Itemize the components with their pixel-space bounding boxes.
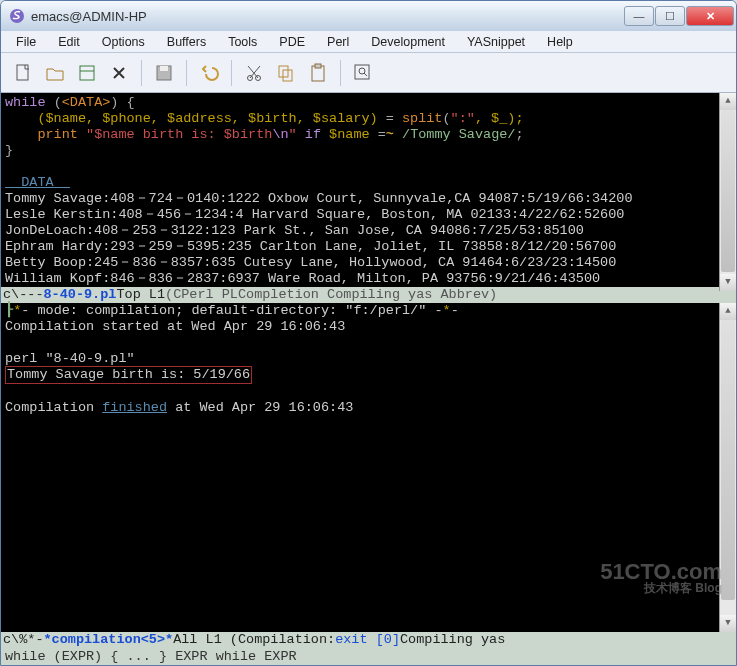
search-icon[interactable] — [349, 59, 377, 87]
window-title: emacs@ADMIN-HP — [31, 9, 624, 24]
dired-icon[interactable] — [73, 59, 101, 87]
open-folder-icon[interactable] — [41, 59, 69, 87]
buffer-name: 8-40-9.pl — [44, 287, 117, 303]
compilation-output: Tommy Savage birth is: 5/19/66 — [5, 366, 252, 384]
scrollbar-top[interactable]: ▲ ▼ — [719, 93, 736, 291]
app-window: emacs@ADMIN-HP — ☐ ✕ File Edit Options B… — [0, 0, 737, 666]
menu-pde[interactable]: PDE — [270, 33, 314, 51]
svg-rect-1 — [17, 65, 28, 80]
modeline-code[interactable]: c\--- 8-40-9.pl Top L1 (CPerl PLCompleti… — [1, 287, 736, 303]
data-row: JonDeLoach:408－253－3122:123 Park St., Sa… — [5, 223, 584, 238]
menubar: File Edit Options Buffers Tools PDE Perl… — [1, 31, 736, 53]
svg-rect-11 — [315, 64, 321, 68]
menu-help[interactable]: Help — [538, 33, 582, 51]
minimize-button[interactable]: — — [624, 6, 654, 26]
close-file-icon[interactable] — [105, 59, 133, 87]
data-row: Ephram Hardy:293－259－5395:235 Carlton La… — [5, 239, 616, 254]
scrollbar-bottom[interactable]: ▲ ▼ — [719, 303, 736, 632]
toolbar-separator — [141, 60, 142, 86]
editor-area: ▲ ▼ while (<DATA>) { ($name, $phone, $ad… — [1, 93, 736, 665]
cut-icon[interactable] — [240, 59, 268, 87]
copy-icon[interactable] — [272, 59, 300, 87]
menu-edit[interactable]: Edit — [49, 33, 89, 51]
data-row: Tommy Savage:408－724－0140:1222 Oxbow Cou… — [5, 191, 633, 206]
close-button[interactable]: ✕ — [686, 6, 734, 26]
data-section: __DATA__ — [5, 175, 70, 190]
keyword-while: while — [5, 95, 46, 110]
minibuffer[interactable]: while (EXPR) { ... } EXPR while EXPR — [1, 648, 736, 665]
data-row: Lesle Kerstin:408－456－1234:4 Harvard Squ… — [5, 207, 624, 222]
compilation-pane[interactable]: ┠*- mode: compilation; default-directory… — [1, 303, 736, 632]
window-controls: — ☐ ✕ — [624, 6, 734, 26]
compilation-command: perl "8-40-9.pl" — [5, 351, 135, 366]
toolbar-separator — [186, 60, 187, 86]
modeline-compilation[interactable]: c\%*- *compilation<5>* All L1 (Compilati… — [1, 632, 736, 648]
svg-line-14 — [364, 73, 367, 76]
toolbar-separator — [340, 60, 341, 86]
paste-icon[interactable] — [304, 59, 332, 87]
svg-rect-5 — [160, 66, 168, 71]
new-file-icon[interactable] — [9, 59, 37, 87]
maximize-button[interactable]: ☐ — [655, 6, 685, 26]
menu-yasnippet[interactable]: YASnippet — [458, 33, 534, 51]
svg-rect-12 — [355, 65, 369, 79]
menu-perl[interactable]: Perl — [318, 33, 358, 51]
menu-buffers[interactable]: Buffers — [158, 33, 215, 51]
code-pane[interactable]: while (<DATA>) { ($name, $phone, $addres… — [1, 93, 736, 287]
buffer-name: *compilation<5>* — [44, 632, 174, 648]
toolbar-separator — [231, 60, 232, 86]
undo-icon[interactable] — [195, 59, 223, 87]
menu-options[interactable]: Options — [93, 33, 154, 51]
save-icon[interactable] — [150, 59, 178, 87]
menu-file[interactable]: File — [7, 33, 45, 51]
svg-rect-2 — [80, 66, 94, 80]
menu-tools[interactable]: Tools — [219, 33, 266, 51]
vars: ($name, $phone, $address, $birth, $salar… — [37, 111, 385, 126]
data-row: William Kopf:846－836－2837:6937 Ware Road… — [5, 271, 600, 286]
data-row: Betty Boop:245－836－8357:635 Cutesy Lane,… — [5, 255, 616, 270]
toolbar — [1, 53, 736, 93]
compilation-started: Compilation started at Wed Apr 29 16:06:… — [5, 319, 345, 334]
titlebar[interactable]: emacs@ADMIN-HP — ☐ ✕ — [1, 1, 736, 31]
menu-development[interactable]: Development — [362, 33, 454, 51]
emacs-icon — [9, 8, 25, 24]
